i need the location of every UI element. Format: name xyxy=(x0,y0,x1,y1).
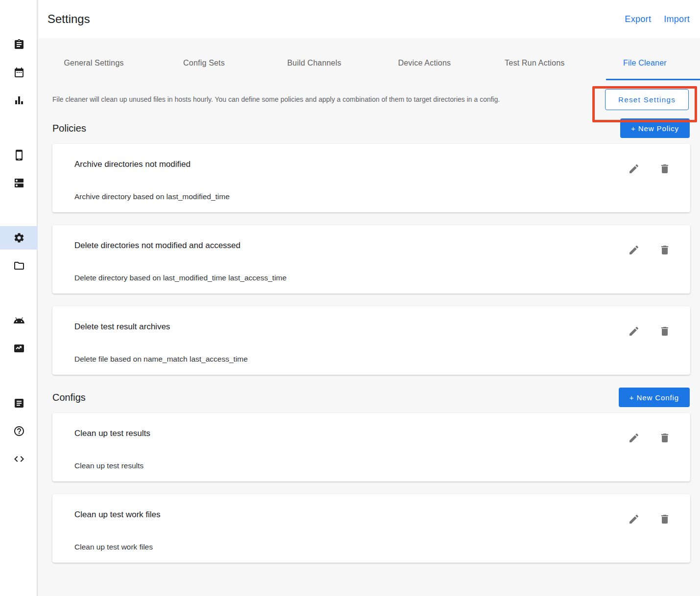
reset-settings-button[interactable]: Reset Settings xyxy=(605,89,689,110)
edit-policy-button[interactable] xyxy=(628,163,640,176)
tab-config-sets[interactable]: Config Sets xyxy=(149,59,259,80)
new-policy-button[interactable]: + New Policy xyxy=(620,118,690,138)
config-card: Clean up test results Clean up test resu… xyxy=(52,413,690,481)
sidebar-item-monitoring[interactable] xyxy=(0,337,38,360)
tab-general-settings[interactable]: General Settings xyxy=(39,59,149,80)
sidebar-item-hosts[interactable] xyxy=(0,171,38,195)
delete-config-button[interactable] xyxy=(658,432,671,445)
sidebar-item-devices[interactable] xyxy=(0,143,38,167)
file-cleaner-description-row: File cleaner will clean up unused files … xyxy=(39,80,700,112)
trash-icon xyxy=(659,513,671,525)
main-content: Settings Export Import General Settings … xyxy=(39,0,700,563)
edit-policy-button[interactable] xyxy=(628,325,640,338)
policy-subtitle: Delete directory based on last_modified_… xyxy=(74,274,286,282)
tab-test-run-actions[interactable]: Test Run Actions xyxy=(480,59,590,80)
config-title: Clean up test work files xyxy=(74,510,161,520)
gear-icon xyxy=(13,232,25,244)
policy-card: Delete test result archives Delete file … xyxy=(52,306,690,375)
export-link[interactable]: Export xyxy=(625,14,651,24)
bar-chart-icon xyxy=(13,94,25,106)
new-config-button[interactable]: + New Config xyxy=(619,388,690,407)
config-subtitle: Clean up test results xyxy=(74,461,150,470)
configs-heading: Configs xyxy=(52,392,86,403)
delete-policy-button[interactable] xyxy=(658,244,671,257)
tab-file-cleaner[interactable]: File Cleaner xyxy=(590,59,700,80)
file-cleaner-description: File cleaner will clean up unused files … xyxy=(52,95,500,103)
delete-config-button[interactable] xyxy=(658,513,671,526)
folder-icon xyxy=(13,260,25,272)
policy-title: Delete test result archives xyxy=(74,322,248,332)
policies-heading: Policies xyxy=(52,123,86,134)
clipboard-icon xyxy=(13,39,25,50)
policies-section-header: Policies + New Policy xyxy=(39,118,700,138)
pencil-icon xyxy=(628,325,640,337)
sidebar-item-logs[interactable] xyxy=(0,391,38,415)
header-links: Export Import xyxy=(625,14,690,24)
sidebar-item-file-browser[interactable] xyxy=(0,254,38,277)
policy-card: Delete directories not modified and acce… xyxy=(52,225,690,294)
delete-policy-button[interactable] xyxy=(658,163,671,176)
policy-card: Archive directories not modified Archive… xyxy=(52,144,690,212)
tab-device-actions[interactable]: Device Actions xyxy=(370,59,480,80)
trash-icon xyxy=(659,163,671,175)
policy-subtitle: Archive directory based on last_modified… xyxy=(74,192,230,201)
trash-icon xyxy=(659,244,671,256)
sidebar-item-dev-tools[interactable] xyxy=(0,447,38,471)
config-card: Clean up test work files Clean up test w… xyxy=(52,494,690,563)
settings-tab-bar: General Settings Config Sets Build Chann… xyxy=(39,38,700,80)
edit-config-button[interactable] xyxy=(628,513,640,526)
android-icon xyxy=(13,315,25,326)
dns-icon xyxy=(13,177,25,189)
sidebar-item-reports[interactable] xyxy=(0,89,38,112)
edit-policy-button[interactable] xyxy=(628,244,640,257)
pencil-icon xyxy=(628,244,640,256)
page-header: Settings Export Import xyxy=(39,0,700,38)
page-title: Settings xyxy=(47,12,90,26)
sidebar xyxy=(0,0,38,596)
sidebar-item-settings[interactable] xyxy=(0,226,38,250)
pulse-chart-icon xyxy=(13,343,25,354)
configs-section-header: Configs + New Config xyxy=(39,388,700,407)
sidebar-item-android[interactable] xyxy=(0,309,38,332)
sidebar-item-schedule[interactable] xyxy=(0,61,38,84)
pencil-icon xyxy=(628,432,640,444)
trash-icon xyxy=(659,432,671,444)
delete-policy-button[interactable] xyxy=(658,325,671,338)
help-icon xyxy=(13,425,25,437)
config-title: Clean up test results xyxy=(74,429,150,438)
sidebar-item-tests[interactable] xyxy=(0,33,38,56)
pencil-icon xyxy=(628,513,640,525)
code-icon xyxy=(13,453,25,465)
pencil-icon xyxy=(628,163,640,175)
policy-title: Delete directories not modified and acce… xyxy=(74,241,286,251)
tab-build-channels[interactable]: Build Channels xyxy=(259,59,369,80)
trash-icon xyxy=(659,325,671,337)
sidebar-item-help[interactable] xyxy=(0,419,38,443)
import-link[interactable]: Import xyxy=(664,14,690,24)
article-icon xyxy=(13,397,25,409)
policy-title: Archive directories not modified xyxy=(74,160,230,169)
edit-config-button[interactable] xyxy=(628,432,640,445)
smartphone-icon xyxy=(13,149,25,161)
config-subtitle: Clean up test work files xyxy=(74,543,161,551)
calendar-icon xyxy=(13,67,25,78)
policy-subtitle: Delete file based on name_match last_acc… xyxy=(74,355,248,364)
